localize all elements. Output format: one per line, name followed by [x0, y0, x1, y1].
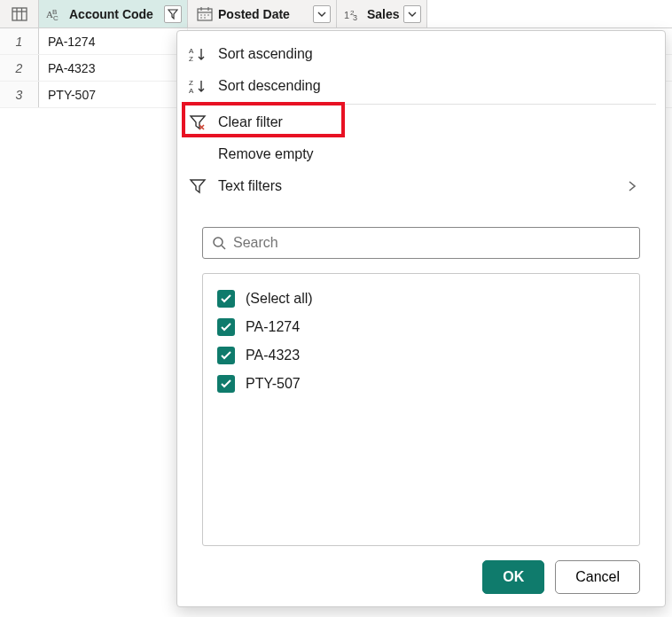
svg-text:A: A — [189, 47, 194, 55]
checkbox-checked-icon[interactable] — [217, 290, 235, 308]
filter-value-row[interactable]: PA-1274 — [215, 313, 627, 341]
svg-text:1: 1 — [344, 10, 349, 20]
text-type-icon: ABC — [46, 6, 66, 22]
cell-account: PA-4323 — [39, 55, 188, 81]
filter-menu: AZ Sort ascending ZA Sort descending Cle… — [176, 30, 666, 607]
remove-empty[interactable]: Remove empty — [177, 138, 665, 170]
search-icon — [212, 236, 226, 250]
filter-active-icon — [168, 9, 178, 20]
cell-account: PTY-507 — [39, 82, 188, 107]
ok-button[interactable]: OK — [482, 560, 544, 594]
cell-account: PA-1274 — [39, 28, 188, 54]
chevron-down-icon — [408, 12, 417, 17]
column-label: Posted Date — [218, 7, 309, 21]
search-box[interactable] — [202, 227, 640, 259]
column-header-account[interactable]: ABC Account Code — [39, 0, 188, 27]
chevron-right-icon — [628, 180, 649, 192]
sort-descending[interactable]: ZA Sort descending — [177, 70, 665, 102]
search-input[interactable] — [233, 235, 630, 251]
date-type-icon — [195, 6, 215, 22]
sort-asc-icon: AZ — [186, 46, 209, 62]
svg-text:C: C — [53, 14, 59, 20]
filter-values-list: (Select all) PA-1274 PA-4323 PTY-507 — [202, 273, 640, 546]
svg-text:Z: Z — [189, 55, 193, 62]
svg-rect-0 — [12, 8, 27, 20]
filter-dropdown-posted[interactable] — [313, 5, 331, 23]
row-number: 1 — [0, 28, 39, 54]
filter-value-row[interactable]: PA-4323 — [215, 341, 627, 370]
clear-filter-icon — [186, 114, 209, 130]
row-number: 2 — [0, 55, 39, 81]
svg-text:Z: Z — [189, 79, 193, 87]
svg-point-23 — [214, 238, 223, 246]
clear-filter[interactable]: Clear filter — [177, 106, 665, 138]
menu-label: Sort descending — [218, 78, 321, 94]
row-number: 3 — [0, 82, 39, 107]
svg-point-11 — [200, 14, 202, 16]
filter-dropdown-account[interactable] — [164, 5, 182, 23]
menu-label: Sort ascending — [218, 46, 313, 62]
select-all-row[interactable]: (Select all) — [215, 285, 627, 313]
menu-label: Text filters — [218, 178, 282, 194]
value-label: PA-4323 — [246, 348, 300, 363]
menu-label: Clear filter — [218, 114, 283, 130]
checkbox-checked-icon[interactable] — [217, 318, 235, 336]
value-label: PA-1274 — [246, 319, 300, 335]
sort-ascending[interactable]: AZ Sort ascending — [177, 38, 665, 70]
checkbox-checked-icon[interactable] — [217, 347, 235, 364]
select-all-corner[interactable] — [0, 0, 39, 27]
table-icon — [12, 7, 27, 21]
svg-point-15 — [204, 17, 206, 19]
column-label: Account Code — [69, 7, 160, 21]
svg-text:3: 3 — [353, 13, 357, 20]
filter-icon — [186, 178, 209, 194]
column-headers: ABC Account Code Posted Date 123 Sales — [0, 0, 672, 28]
value-label: (Select all) — [246, 291, 313, 307]
column-header-sales[interactable]: 123 Sales — [337, 0, 427, 27]
chevron-down-icon — [317, 12, 326, 17]
sort-desc-icon: ZA — [186, 78, 209, 94]
filter-value-row[interactable]: PTY-507 — [215, 370, 627, 398]
svg-point-13 — [207, 14, 209, 16]
svg-line-24 — [222, 246, 225, 249]
svg-point-14 — [200, 17, 202, 19]
cancel-button[interactable]: Cancel — [555, 560, 640, 594]
svg-point-12 — [204, 14, 206, 16]
checkbox-checked-icon[interactable] — [217, 375, 235, 393]
column-header-posted[interactable]: Posted Date — [188, 0, 337, 27]
column-label: Sales — [367, 7, 400, 21]
separator — [186, 104, 656, 105]
text-filters[interactable]: Text filters — [177, 170, 665, 202]
value-label: PTY-507 — [246, 376, 301, 392]
number-type-icon: 123 — [344, 6, 363, 22]
svg-text:A: A — [189, 87, 194, 94]
filter-dropdown-sales[interactable] — [403, 5, 421, 23]
menu-label: Remove empty — [218, 146, 314, 162]
